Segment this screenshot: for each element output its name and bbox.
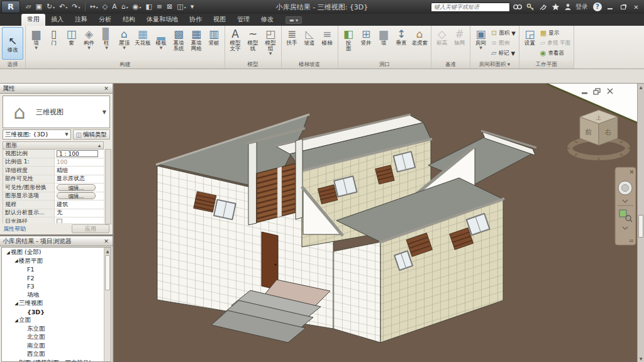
ribbon-tab-视图[interactable]: 视图 (208, 14, 231, 26)
tree-item-视图 (全部)[interactable]: ◢视图 (全部) (2, 248, 111, 257)
tree-item-场地[interactable]: 场地 (2, 291, 111, 300)
tag-icon[interactable]: ◇ (101, 1, 109, 13)
dropdown-arrow-icon[interactable]: ▾ (126, 5, 128, 9)
help-icon[interactable]: ? (593, 3, 602, 11)
louver-window[interactable] (257, 163, 296, 222)
tree-scrollbar[interactable]: ▲ (104, 248, 111, 361)
property-value[interactable]: 100 (55, 158, 104, 167)
section-icon[interactable]: ◧ (143, 1, 153, 13)
wall-button[interactable]: ▆墙▼ (28, 27, 45, 50)
model-text-button[interactable]: A模型 文字 (227, 27, 244, 52)
ribbon-tab-常用[interactable]: 常用 (21, 14, 45, 26)
railing-button[interactable]: ≣扶手 (284, 27, 301, 47)
value-input[interactable]: 1 : 100 (57, 150, 98, 157)
floor-button[interactable]: ▂楼板▼ (153, 27, 170, 50)
scrollbar-thumb[interactable] (105, 255, 110, 290)
tree-item-东立面[interactable]: 东立面 (2, 325, 111, 334)
text-icon[interactable]: A (110, 1, 119, 13)
favorites-star-icon[interactable] (550, 3, 560, 11)
scrollbar-thumb[interactable] (638, 215, 643, 238)
opening-by-face-button[interactable]: ◧按 面 (340, 27, 357, 52)
edit-type-button[interactable]: ◫ 编辑类型 (73, 129, 110, 140)
tree-item-F3[interactable]: F3 (2, 282, 111, 291)
vertical-opening-button[interactable]: ↕垂直 (393, 27, 410, 47)
project-browser-close-icon[interactable]: ✕ (103, 238, 110, 244)
render-icon[interactable]: ◉▾ (131, 1, 143, 13)
ribbon-tab-分析[interactable]: 分析 (93, 14, 117, 26)
tree-item-楼层平面[interactable]: ◢楼层平面 (2, 257, 111, 266)
tree-item-西立面[interactable]: 西立面 (2, 350, 111, 359)
house-model[interactable] (156, 114, 536, 343)
close-button[interactable]: ✕ (631, 3, 641, 11)
key-icon[interactable] (525, 3, 535, 11)
type-selector[interactable]: ⌂ 三维视图 ▼ (3, 96, 110, 128)
expander-icon[interactable]: ◢ (6, 250, 11, 255)
property-value[interactable]: 显示原状态 (55, 175, 104, 184)
tree-item-三维视图[interactable]: ◢三维视图 (2, 299, 111, 308)
drawing-area[interactable]: 上 前 右 (114, 84, 644, 362)
dropdown-arrow-icon[interactable]: ▼ (511, 30, 516, 36)
switch-windows-icon[interactable]: ◫▾ (175, 1, 187, 13)
ribbon-tab-修改[interactable]: 修改 (255, 14, 279, 26)
redo-icon[interactable]: ↷▾ (70, 1, 82, 13)
viewport-scrollbar[interactable]: ▲ ▼ (637, 84, 644, 362)
property-value[interactable]: 精细 (55, 167, 104, 175)
dropdown-arrow-icon[interactable]: ▾ (139, 5, 141, 9)
application-menu-button[interactable]: R (1, 1, 20, 13)
workplane-set-button[interactable]: ◲设置 (521, 27, 538, 47)
zoom-icon[interactable] (619, 210, 626, 217)
dormer-button[interactable]: ⌂老虎窗 (411, 27, 430, 47)
ceiling-button[interactable]: ▦天花板 (133, 27, 152, 47)
restore-button[interactable] (618, 3, 628, 11)
modify-cursor-button[interactable]: ↖修改 (2, 27, 23, 60)
right-wall-white[interactable] (333, 242, 380, 343)
ribbon-tab-管理[interactable]: 管理 (231, 14, 255, 26)
tree-item-{3D}[interactable]: {3D} (2, 308, 111, 317)
component-button[interactable]: ◈构件▼ (80, 27, 97, 50)
ramp-button[interactable]: ◺坡道 (301, 27, 318, 47)
minimize-button[interactable] (604, 3, 615, 11)
tree-item-F2[interactable]: F2 (2, 274, 111, 283)
open-icon[interactable]: ▱ (24, 1, 33, 13)
dropdown-arrow-icon[interactable]: ▾ (53, 5, 55, 9)
apply-button[interactable]: 应用 (72, 224, 109, 233)
scroll-up-icon[interactable]: ▲ (104, 248, 111, 255)
dropdown-arrow-icon[interactable]: ▼ (479, 46, 482, 50)
scroll-down-icon[interactable]: ▼ (638, 355, 644, 362)
door-button[interactable]: ▯门 (45, 27, 62, 47)
model-line-button[interactable]: ~模型 线 (245, 27, 262, 52)
customize-qat-icon[interactable]: ▾ (189, 1, 196, 13)
ribbon-tab-插入[interactable]: 插入 (45, 14, 69, 26)
expander-icon[interactable]: ◢ (14, 258, 19, 263)
roof-button[interactable]: ⌂屋顶▼ (116, 27, 133, 50)
graphics-section-header[interactable]: 图形 ▴ (3, 141, 104, 150)
panel-title-房间和面积[interactable]: 房间和面积 ▾ (470, 60, 519, 69)
dropdown-arrow-icon[interactable]: ▾ (79, 5, 80, 9)
ribbon-tab-协作[interactable]: 协作 (184, 14, 208, 26)
chevron-down-icon[interactable]: ▼ (103, 109, 109, 115)
area-button[interactable]: ⊡面积▼ (490, 28, 517, 38)
workplane-show-button[interactable]: ▦显示 (539, 28, 572, 38)
3d-view-scene[interactable]: 上 前 右 (114, 84, 637, 362)
sync-icon[interactable]: ↻▾ (45, 1, 57, 13)
search-input[interactable] (431, 3, 510, 12)
instance-combo[interactable]: 三维视图: {3D} ▼ (3, 129, 71, 140)
scroll-up-icon[interactable]: ▲ (638, 84, 644, 90)
user-icon[interactable] (563, 3, 573, 11)
navigation-bar[interactable] (615, 167, 636, 245)
dropdown-arrow-icon[interactable]: ▾ (65, 5, 67, 9)
model-group-button[interactable]: ◰模型 组▼ (262, 27, 279, 56)
collapse-icon[interactable]: ▴ (98, 143, 101, 148)
ribbon-tab-注释[interactable]: 注释 (69, 14, 93, 26)
tree-item-F1[interactable]: F1 (2, 265, 111, 274)
dropdown-arrow-icon[interactable]: ▼ (511, 50, 515, 57)
tree-item-南立面[interactable]: 南立面 (2, 342, 111, 351)
viewer-button[interactable]: ◉查看器 (539, 48, 572, 58)
view-minimize-icon[interactable] (582, 92, 587, 94)
tree-item-北立面[interactable]: 北立面 (2, 333, 111, 342)
edit-button[interactable]: 编辑... (57, 184, 96, 191)
dropdown-arrow-icon[interactable]: ▼ (87, 46, 91, 50)
measure-icon[interactable]: ↔▾ (88, 1, 100, 13)
expander-icon[interactable]: ◢ (14, 301, 19, 306)
save-icon[interactable]: ▣ (33, 1, 43, 13)
